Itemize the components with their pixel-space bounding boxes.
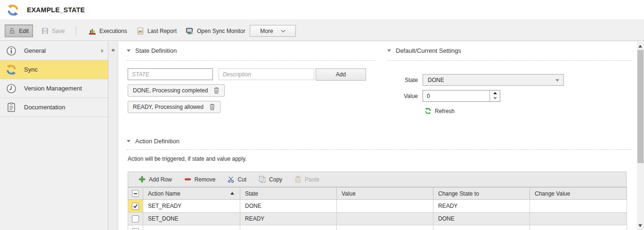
table-row: SET_DONE READY DONE bbox=[128, 213, 627, 225]
row-checkbox[interactable] bbox=[132, 215, 139, 222]
chevron-down-icon bbox=[281, 30, 285, 33]
column-header-state[interactable]: State bbox=[240, 188, 337, 200]
state-chip: READY, Processing allowed bbox=[128, 101, 220, 113]
row-checkbox[interactable] bbox=[132, 228, 139, 230]
cell-change-value[interactable] bbox=[530, 225, 627, 230]
state-input[interactable] bbox=[128, 68, 213, 80]
action-hint-text: Action will be triggered, if state and v… bbox=[128, 156, 247, 162]
edit-button[interactable]: Edit bbox=[5, 25, 33, 37]
triangle-up-icon bbox=[493, 92, 497, 94]
column-header-change-state-to[interactable]: Change State to bbox=[433, 188, 530, 200]
sidebar-item-label: Sync bbox=[24, 66, 38, 73]
refresh-icon bbox=[424, 107, 432, 115]
cell-change-state-to[interactable]: READY bbox=[433, 200, 530, 213]
state-select[interactable]: DONE bbox=[423, 74, 564, 86]
cell-action-name[interactable]: SET_DONE bbox=[143, 213, 240, 225]
cell-change-state-to[interactable]: DONE bbox=[433, 213, 530, 225]
open-sync-monitor-button[interactable]: Open Sync Monitor bbox=[182, 25, 249, 37]
add-state-button[interactable]: Add bbox=[316, 68, 366, 81]
value-field-label: Value bbox=[389, 93, 418, 99]
scrollbar-thumb[interactable] bbox=[637, 50, 644, 163]
sidebar-collapse-button[interactable]: « bbox=[108, 46, 118, 53]
paste-icon bbox=[294, 176, 302, 183]
select-all-checkbox[interactable] bbox=[132, 190, 139, 197]
spinner-buttons bbox=[489, 90, 500, 101]
cell-value[interactable] bbox=[337, 213, 433, 225]
sidebar-item-version-management[interactable]: Version Management bbox=[0, 79, 108, 98]
cell-state[interactable] bbox=[240, 225, 337, 230]
cut-label: Cut bbox=[237, 176, 246, 183]
sidebar-item-sync[interactable]: Sync bbox=[0, 60, 108, 79]
scissors-icon bbox=[228, 176, 234, 183]
cell-state[interactable]: READY bbox=[240, 213, 337, 225]
add-state-label: Add bbox=[336, 71, 346, 78]
section-collapse-icon bbox=[387, 49, 391, 52]
cell-change-value[interactable] bbox=[530, 213, 627, 225]
action-definition-header[interactable]: Action Definition bbox=[127, 138, 179, 145]
sidebar-item-label: General bbox=[24, 47, 46, 54]
cell-action-name[interactable]: SET_READY bbox=[143, 200, 240, 213]
cell-state[interactable]: DONE bbox=[240, 200, 337, 213]
triangle-down-icon bbox=[493, 97, 497, 99]
description-input[interactable] bbox=[219, 68, 314, 80]
value-input[interactable] bbox=[423, 90, 489, 101]
table-row-empty bbox=[128, 225, 627, 230]
check-icon bbox=[133, 204, 138, 209]
cell-value[interactable] bbox=[337, 225, 433, 230]
default-settings-header[interactable]: Default/Current Settings bbox=[387, 47, 461, 54]
trash-icon bbox=[213, 87, 220, 94]
state-select-value: DONE bbox=[428, 77, 444, 83]
column-label: Change Value bbox=[535, 190, 570, 197]
sidebar-collapse-strip: « bbox=[108, 41, 118, 230]
state-definition-header[interactable]: State Definition bbox=[127, 47, 177, 54]
cut-button[interactable]: Cut bbox=[228, 176, 246, 183]
app-header: EXAMPLE_STATE bbox=[0, 0, 644, 20]
refresh-label: Refresh bbox=[435, 108, 455, 115]
state-chip: DONE, Processing completed bbox=[128, 84, 225, 97]
executions-button[interactable]: Executions bbox=[85, 25, 131, 37]
cell-change-value[interactable] bbox=[530, 200, 627, 213]
cell-action-name[interactable] bbox=[143, 225, 240, 230]
column-header-action-name[interactable]: Action Name bbox=[143, 188, 240, 200]
column-label: Change State to bbox=[438, 190, 479, 197]
toolbar-separator bbox=[76, 26, 76, 36]
copy-button[interactable]: Copy bbox=[259, 176, 282, 183]
submenu-arrow-icon bbox=[101, 49, 104, 53]
save-button[interactable]: Save bbox=[38, 25, 68, 37]
report-icon bbox=[137, 27, 144, 35]
paste-button[interactable]: Paste bbox=[294, 176, 319, 183]
more-button[interactable]: More bbox=[250, 25, 296, 37]
column-header-value[interactable]: Value bbox=[337, 188, 433, 200]
row-checkbox-checked[interactable] bbox=[132, 203, 139, 210]
refresh-button[interactable]: Refresh bbox=[424, 107, 455, 115]
cell-change-state-to[interactable] bbox=[433, 225, 530, 230]
scroll-up-arrow-icon[interactable] bbox=[638, 45, 642, 48]
monitor-icon bbox=[186, 27, 194, 35]
section-title: Default/Current Settings bbox=[396, 47, 461, 54]
column-label: Value bbox=[342, 190, 356, 197]
section-divider bbox=[387, 60, 632, 61]
add-row-label: Add Row bbox=[149, 176, 172, 183]
open-sync-monitor-label: Open Sync Monitor bbox=[197, 28, 245, 34]
delete-state-button[interactable] bbox=[209, 104, 215, 110]
sidebar-item-documentation[interactable]: Documentation bbox=[0, 98, 108, 117]
add-row-button[interactable]: Add Row bbox=[139, 176, 172, 183]
last-report-button[interactable]: Last Report bbox=[133, 25, 180, 37]
table-row: SET_READY DONE READY bbox=[128, 200, 627, 213]
column-header-change-value[interactable]: Change Value bbox=[530, 188, 627, 200]
row-selector-cell bbox=[128, 225, 143, 230]
vertical-scrollbar[interactable] bbox=[637, 41, 644, 230]
cell-value[interactable] bbox=[337, 200, 433, 213]
remove-button[interactable]: Remove bbox=[184, 176, 216, 183]
unlock-icon bbox=[9, 27, 16, 34]
delete-state-button[interactable] bbox=[213, 87, 220, 94]
trash-icon bbox=[209, 104, 215, 110]
executions-label: Executions bbox=[99, 28, 127, 34]
sidebar-item-general[interactable]: General bbox=[0, 41, 108, 60]
section-collapse-icon bbox=[127, 140, 130, 142]
scroll-down-arrow-icon[interactable] bbox=[638, 224, 642, 227]
paste-label: Paste bbox=[305, 176, 319, 183]
spinner-up-button[interactable] bbox=[490, 90, 500, 96]
bar-chart-icon bbox=[89, 27, 96, 35]
spinner-down-button[interactable] bbox=[490, 96, 500, 101]
